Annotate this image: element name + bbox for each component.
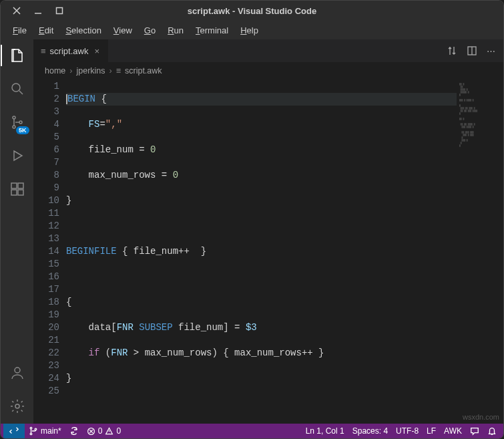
line-number: 13 <box>34 233 59 245</box>
menu-terminal[interactable]: Terminal <box>190 23 234 37</box>
line-number: 12 <box>34 220 59 233</box>
account-icon[interactable] <box>7 362 28 384</box>
svg-rect-5 <box>11 183 17 188</box>
more-icon[interactable]: ⋯ <box>487 46 495 56</box>
line-number: 14 <box>34 245 59 258</box>
activitybar: 5K <box>1 39 34 424</box>
line-number: 18 <box>34 296 59 309</box>
chevron-right-icon: › <box>109 66 112 76</box>
file-icon: ≡ <box>116 66 121 76</box>
git-branch[interactable]: main* <box>25 424 65 438</box>
svg-rect-7 <box>18 190 23 195</box>
svg-point-1 <box>12 84 20 92</box>
line-number: 4 <box>34 118 59 131</box>
line-number: 3 <box>34 106 59 118</box>
line-number: 2 <box>34 93 59 106</box>
line-number: 9 <box>34 182 59 194</box>
editor-area: ≡ script.awk × ⋯ home › jperkins › ≡ scr… <box>34 39 503 424</box>
menu-go[interactable]: Go <box>139 23 161 37</box>
code-content[interactable]: BEGIN { FS="," file_num = 0 max_num_rows… <box>66 79 457 424</box>
line-number: 5 <box>34 131 59 144</box>
line-number: 15 <box>34 258 59 271</box>
close-icon[interactable]: × <box>92 46 101 55</box>
file-icon: ≡ <box>41 46 46 56</box>
svg-rect-0 <box>57 8 63 14</box>
line-number: 17 <box>34 283 59 296</box>
split-editor-icon[interactable] <box>467 45 477 56</box>
sync-icon[interactable] <box>65 424 83 438</box>
encoding[interactable]: UTF-8 <box>392 424 423 438</box>
close-icon[interactable] <box>13 7 21 15</box>
explorer-icon[interactable] <box>7 45 28 66</box>
window-title: script.awk - Visual Studio Code <box>1 6 503 16</box>
svg-rect-6 <box>11 190 17 195</box>
menu-edit[interactable]: Edit <box>33 23 59 37</box>
titlebar: script.awk - Visual Studio Code <box>1 1 503 21</box>
svg-point-4 <box>19 121 22 124</box>
source-control-icon[interactable]: 5K <box>7 112 28 133</box>
line-number: 25 <box>34 385 59 398</box>
line-number: 23 <box>34 359 59 372</box>
chevron-right-icon: › <box>69 66 72 76</box>
line-number: 24 <box>34 372 59 385</box>
line-number: 11 <box>34 207 59 220</box>
svg-point-3 <box>13 126 15 128</box>
line-number: 21 <box>34 334 59 347</box>
menu-file[interactable]: File <box>7 23 32 37</box>
editor[interactable]: 1234567891011121314151617181920212223242… <box>34 79 503 424</box>
feedback-icon[interactable] <box>466 424 483 438</box>
tab-label: script.awk <box>50 46 89 56</box>
breadcrumb-segment[interactable]: home <box>45 66 65 76</box>
maximize-icon[interactable] <box>55 7 63 15</box>
menu-help[interactable]: Help <box>235 23 264 37</box>
settings-icon[interactable] <box>7 396 28 417</box>
watermark: wsxdn.com <box>463 413 499 421</box>
minimize-icon[interactable] <box>34 7 42 15</box>
breadcrumb-segment[interactable]: jperkins <box>76 66 105 76</box>
line-number: 20 <box>34 321 59 334</box>
breadcrumb[interactable]: home › jperkins › ≡ script.awk <box>34 63 503 79</box>
tab-script-awk[interactable]: ≡ script.awk × <box>34 39 109 62</box>
remote-icon[interactable] <box>3 424 25 438</box>
breadcrumb-segment[interactable]: script.awk <box>125 66 162 76</box>
debug-icon[interactable] <box>7 145 28 166</box>
svg-point-2 <box>13 116 15 119</box>
line-number: 6 <box>34 144 59 156</box>
menu-selection[interactable]: Selection <box>60 23 106 37</box>
scm-badge: 5K <box>16 126 29 134</box>
svg-point-9 <box>15 368 20 373</box>
tabs: ≡ script.awk × ⋯ <box>34 39 503 63</box>
menubar: File Edit Selection View Go Run Terminal… <box>1 21 503 39</box>
cursor-position[interactable]: Ln 1, Col 1 <box>302 424 348 438</box>
search-icon[interactable] <box>7 78 28 100</box>
language-mode[interactable]: AWK <box>440 424 466 438</box>
compare-changes-icon[interactable] <box>447 45 457 56</box>
menu-run[interactable]: Run <box>162 23 189 37</box>
line-number: 8 <box>34 169 59 182</box>
menu-view[interactable]: View <box>108 23 138 37</box>
line-number: 19 <box>34 309 59 321</box>
svg-point-12 <box>30 427 32 429</box>
line-number: 1 <box>34 80 59 93</box>
statusbar: main* 0 0 Ln 1, Col 1 Spaces: 4 UTF-8 LF… <box>1 424 503 438</box>
line-number: 10 <box>34 194 59 207</box>
indentation[interactable]: Spaces: 4 <box>348 424 392 438</box>
extensions-icon[interactable] <box>7 178 28 200</box>
svg-rect-8 <box>18 183 23 188</box>
svg-point-14 <box>35 428 37 430</box>
svg-point-13 <box>30 433 32 435</box>
line-number: 22 <box>34 347 59 359</box>
problems[interactable]: 0 0 <box>83 424 125 438</box>
line-number: 16 <box>34 271 59 283</box>
notifications-icon[interactable] <box>483 424 501 438</box>
minimap[interactable]: ██ █ ██ ████ █ █████ █ █ ███ █ ████ █ █ … <box>457 79 503 424</box>
line-number: 7 <box>34 156 59 169</box>
eol[interactable]: LF <box>423 424 440 438</box>
line-number-gutter: 1234567891011121314151617181920212223242… <box>34 79 66 424</box>
svg-point-10 <box>15 404 19 408</box>
